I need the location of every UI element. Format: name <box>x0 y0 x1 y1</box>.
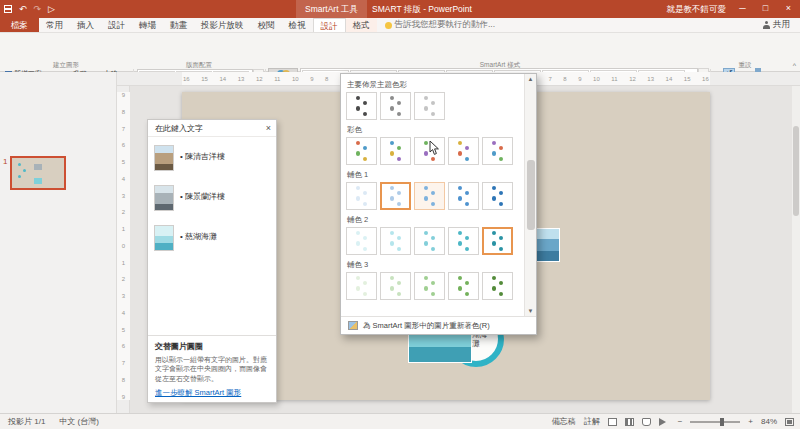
color-variant-swatch[interactable] <box>346 227 377 255</box>
color-variant-swatch[interactable] <box>380 92 411 120</box>
notes-button[interactable]: 備忘稿 <box>552 416 576 427</box>
ribbon-tab[interactable]: 設計 <box>101 18 132 32</box>
color-variant-swatch[interactable] <box>482 227 513 255</box>
color-variant-swatch[interactable] <box>346 92 377 120</box>
zoom-slider-thumb[interactable] <box>720 418 724 426</box>
color-swatch-row <box>346 227 522 255</box>
color-variant-swatch[interactable] <box>346 182 377 210</box>
color-variant-swatch[interactable] <box>482 182 513 210</box>
save-icon[interactable] <box>4 5 12 13</box>
language-indicator[interactable]: 中文 (台灣) <box>59 416 99 427</box>
share-button[interactable]: 共用 <box>763 18 800 32</box>
reading-view-icon[interactable] <box>642 418 651 426</box>
ruler-number: 9 <box>310 76 313 82</box>
color-variant-swatch[interactable] <box>482 137 513 165</box>
ruler-number: 10 <box>292 76 299 82</box>
normal-view-icon[interactable] <box>608 418 617 426</box>
zoom-in-icon[interactable]: + <box>748 417 753 426</box>
ruler-number: 16 <box>183 76 190 82</box>
text-pane-item[interactable]: 陳景蘭洋樓 <box>154 185 270 211</box>
ribbon-tab-row: 檔案 常用插入設計轉場動畫投影片放映校閱檢視設計格式 告訴我您想要執行的動作..… <box>0 18 800 33</box>
color-variant-swatch[interactable] <box>346 272 377 300</box>
thumbnail-picture <box>34 178 42 184</box>
slide-picture-small[interactable] <box>536 228 560 262</box>
ribbon-tab[interactable]: 格式 <box>346 18 377 32</box>
ruler-number: 6 <box>122 343 125 349</box>
color-variant-swatch[interactable] <box>380 227 411 255</box>
color-variant-swatch[interactable] <box>380 272 411 300</box>
color-section-label: 彩色 <box>346 122 522 137</box>
close-icon[interactable]: × <box>266 123 271 133</box>
color-variant-swatch[interactable] <box>380 137 411 165</box>
text-pane-item[interactable]: 慈湖海灘 <box>154 225 270 251</box>
group-label-smartart-styles: SmartArt 樣式 <box>300 61 700 70</box>
ruler-number: 9 <box>578 76 581 82</box>
ribbon-tab[interactable]: 轉場 <box>132 18 163 32</box>
ribbon-tab[interactable]: 投影片放映 <box>194 18 251 32</box>
undo-icon[interactable]: ↶ <box>19 0 27 18</box>
tell-me-box[interactable]: 告訴我您想要執行的動作... <box>385 18 496 32</box>
learn-more-link[interactable]: 進一步瞭解 SmartArt 圖形 <box>155 388 269 398</box>
recolor-pictures-item[interactable]: 為 SmartArt 圖形中的圖片重新著色(R) <box>341 316 536 334</box>
ruler-number: 1 <box>122 260 125 266</box>
color-swatch-row <box>346 92 522 120</box>
scrollbar-thumb[interactable] <box>793 126 799 216</box>
color-variant-swatch[interactable] <box>448 182 479 210</box>
start-slideshow-icon[interactable]: ▷ <box>48 0 55 18</box>
layout-description: 用以顯示一組帶有文字的圖片。對應文字會顯示在中央圓圈內，而圖像會從左至右交替顯示… <box>155 355 269 384</box>
color-variant-swatch[interactable] <box>414 227 445 255</box>
zoom-slider[interactable] <box>690 421 740 423</box>
color-swatch-row <box>346 272 522 300</box>
ribbon-tab[interactable]: 校閱 <box>251 18 282 32</box>
redo-icon[interactable]: ↷ <box>34 0 42 18</box>
slideshow-icon[interactable] <box>659 418 670 426</box>
color-variant-swatch[interactable] <box>414 182 445 210</box>
tab-file[interactable]: 檔案 <box>0 18 39 32</box>
slide-sorter-icon[interactable] <box>625 418 634 426</box>
status-bar: 投影片 1/1 中文 (台灣) 備忘稿 註解 − + 84% <box>0 413 800 429</box>
vertical-scrollbar[interactable] <box>792 86 800 413</box>
scroll-down-icon[interactable]: ▼ <box>528 306 534 316</box>
window-title: SMART 排版 - PowerPoint <box>372 0 472 18</box>
share-person-icon <box>763 21 770 29</box>
color-variant-swatch[interactable] <box>346 137 377 165</box>
ruler-number: 7 <box>122 360 125 366</box>
fit-to-window-icon[interactable] <box>785 418 794 426</box>
color-variant-swatch[interactable] <box>414 92 445 120</box>
close-button[interactable]: × <box>777 0 800 18</box>
comments-button[interactable]: 註解 <box>584 416 600 427</box>
ribbon-tab[interactable]: 插入 <box>70 18 101 32</box>
ribbon-tab[interactable]: 常用 <box>39 18 70 32</box>
ruler-number: 11 <box>611 76 617 82</box>
dropdown-scrollbar[interactable]: ▲ ▼ <box>524 74 536 316</box>
item-text[interactable]: 陳清吉洋樓 <box>180 145 225 162</box>
ruler-number: 5 <box>122 159 125 165</box>
scrollbar-thumb[interactable] <box>527 160 535 230</box>
color-variant-swatch[interactable] <box>482 272 513 300</box>
zoom-out-icon[interactable]: − <box>678 417 683 426</box>
color-variant-swatch[interactable] <box>414 272 445 300</box>
collapse-ribbon-button[interactable]: ^ <box>793 62 796 69</box>
ribbon-tab[interactable]: 設計 <box>313 18 346 32</box>
ribbon-tab[interactable]: 檢視 <box>282 18 313 32</box>
color-menu-sections: 主要佈景主題色彩彩色輔色 1輔色 2輔色 3 <box>341 74 524 316</box>
zoom-level[interactable]: 84% <box>761 417 777 426</box>
item-text[interactable]: 陳景蘭洋樓 <box>180 185 225 202</box>
color-variant-swatch[interactable] <box>448 227 479 255</box>
scroll-up-icon[interactable]: ▲ <box>528 74 534 84</box>
minimize-button[interactable]: ─ <box>731 0 754 18</box>
color-variant-swatch[interactable] <box>448 137 479 165</box>
item-picture-thumbnail[interactable] <box>154 225 174 251</box>
ribbon-tab[interactable]: 動畫 <box>163 18 194 32</box>
ruler-number: 7 <box>122 126 125 132</box>
item-text[interactable]: 慈湖海灘 <box>180 225 217 242</box>
group-label-create-graphic: 建立圖形 <box>0 61 132 70</box>
slide-thumbnail[interactable] <box>10 156 66 190</box>
item-picture-thumbnail[interactable] <box>154 145 174 171</box>
text-pane-item[interactable]: 陳清吉洋樓 <box>154 145 270 171</box>
maximize-button[interactable]: □ <box>754 0 777 18</box>
item-picture-thumbnail[interactable] <box>154 185 174 211</box>
user-name[interactable]: 就是教不錯可愛 <box>667 0 727 18</box>
color-variant-swatch[interactable] <box>380 182 411 210</box>
color-variant-swatch[interactable] <box>448 272 479 300</box>
